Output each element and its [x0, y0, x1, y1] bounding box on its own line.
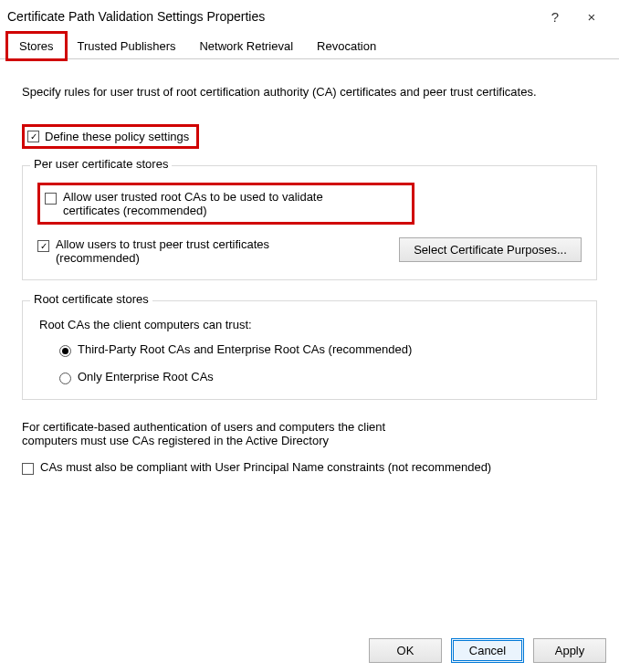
allow-user-root-row: Allow user trusted root CAs to be used t…: [45, 190, 383, 217]
ok-button[interactable]: OK: [369, 638, 442, 663]
cancel-button[interactable]: Cancel: [451, 638, 524, 663]
allow-user-root-highlight: Allow user trusted root CAs to be used t…: [37, 183, 414, 225]
per-user-groupbox: Per user certificate stores Allow user t…: [22, 165, 597, 280]
upn-label: CAs must also be compliant with User Pri…: [40, 460, 491, 474]
define-policy-label: Define these policy settings: [45, 130, 189, 143]
allow-peer-row: ✓ Allow users to trust peer trust certif…: [37, 237, 293, 265]
define-policy-checkbox[interactable]: ✓: [27, 131, 39, 142]
allow-peer-checkbox[interactable]: ✓: [37, 240, 49, 252]
root-enterprise-only-row: Only Enterprise Root CAs: [59, 370, 582, 384]
close-button[interactable]: ×: [573, 9, 610, 25]
tab-network-retrieval[interactable]: Network Retrieval: [187, 33, 305, 58]
per-user-title: Per user certificate stores: [30, 157, 172, 171]
peer-trust-row: ✓ Allow users to trust peer trust certif…: [37, 237, 582, 265]
upn-checkbox[interactable]: [22, 463, 34, 475]
upn-row: CAs must also be compliant with User Pri…: [22, 460, 597, 475]
root-third-party-radio[interactable]: [59, 345, 71, 357]
allow-user-root-label: Allow user trusted root CAs to be used t…: [63, 190, 383, 217]
root-stores-groupbox: Root certificate stores Root CAs the cli…: [22, 300, 597, 400]
window-title: Certificate Path Validation Settings Pro…: [7, 9, 537, 24]
allow-peer-label: Allow users to trust peer trust certific…: [56, 237, 293, 265]
apply-button[interactable]: Apply: [533, 638, 606, 663]
tab-row: Stores Trusted Publishers Network Retrie…: [0, 33, 619, 59]
tab-revocation[interactable]: Revocation: [305, 33, 388, 58]
root-enterprise-only-radio[interactable]: [59, 373, 71, 384]
dialog-footer: OK Cancel Apply: [369, 638, 606, 663]
allow-user-root-checkbox[interactable]: [45, 193, 57, 205]
tab-stores[interactable]: Stores: [7, 33, 66, 59]
root-stores-title: Root certificate stores: [30, 292, 152, 306]
define-policy-row: ✓ Define these policy settings: [22, 124, 199, 149]
help-button[interactable]: ?: [537, 9, 573, 25]
intro-text: Specify rules for user trust of root cer…: [22, 85, 597, 99]
titlebar: Certificate Path Validation Settings Pro…: [0, 0, 619, 33]
root-enterprise-only-label: Only Enterprise Root CAs: [78, 370, 214, 383]
content-area: Specify rules for user trust of root cer…: [0, 59, 619, 499]
select-certificate-purposes-button[interactable]: Select Certificate Purposes...: [399, 237, 582, 262]
root-third-party-label: Third-Party Root CAs and Enterprise Root…: [78, 342, 412, 356]
tab-trusted-publishers[interactable]: Trusted Publishers: [66, 33, 188, 58]
root-stores-intro: Root CAs the client computers can trust:: [39, 318, 582, 331]
auth-note: For certificate-based authentication of …: [22, 420, 442, 447]
root-third-party-row: Third-Party Root CAs and Enterprise Root…: [59, 342, 582, 357]
